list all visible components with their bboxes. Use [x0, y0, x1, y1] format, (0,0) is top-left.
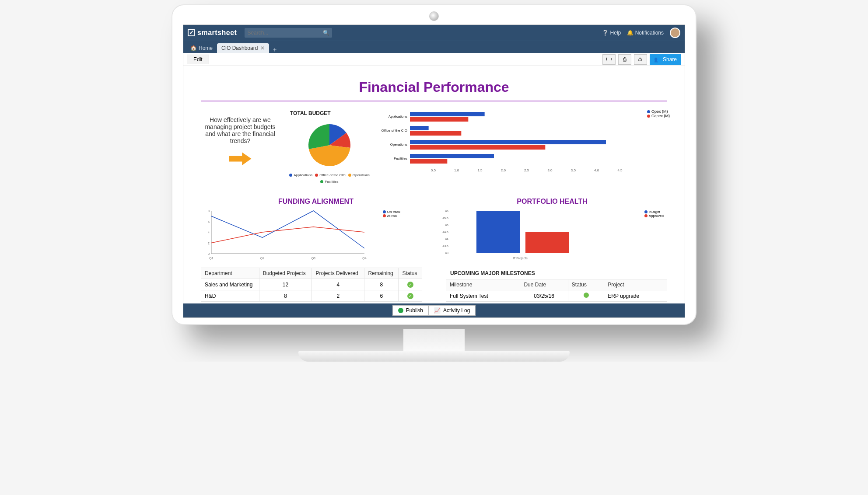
svg-text:Operations: Operations	[390, 143, 407, 146]
column-header: Projects Delivered	[312, 268, 364, 279]
svg-text:4: 4	[208, 231, 210, 234]
monitor-stand-base	[298, 351, 570, 362]
portfolio-legend: In-flightApproved	[644, 210, 664, 218]
column-header: Project	[604, 279, 667, 290]
print-button[interactable]: ⎙	[618, 54, 631, 65]
table-row[interactable]: Sales and Marketing1248✓	[201, 279, 422, 290]
table-row[interactable]: R&D826✓	[201, 290, 422, 302]
title-divider	[201, 101, 667, 101]
row-1: How effectively are we managing project …	[201, 108, 667, 184]
activity-icon: 📈	[434, 307, 441, 314]
svg-text:3.0: 3.0	[547, 168, 553, 172]
tab-add[interactable]: ＋	[272, 47, 278, 53]
svg-rect-37	[476, 211, 520, 253]
svg-text:43.5: 43.5	[442, 244, 448, 248]
svg-text:Office of the CIO: Office of the CIO	[382, 129, 407, 132]
toolbar: Edit 🖵 ⎙ ⛭ 👥 Share	[183, 53, 685, 66]
svg-text:2: 2	[208, 242, 210, 245]
search-input[interactable]: 🔍	[245, 28, 332, 38]
screen: smartsheet 🔍 ❔ Help 🔔 Notifications 🏠 Ho…	[183, 24, 685, 318]
svg-rect-7	[410, 140, 606, 144]
column-header: Milestone	[446, 279, 520, 290]
svg-text:Q1: Q1	[209, 257, 213, 260]
edit-button[interactable]: Edit	[187, 55, 209, 64]
opex-capex-chart: ApplicationsOffice of the CIOOperationsF…	[379, 108, 667, 173]
footer-bar: Publish 📈 Activity Log	[183, 303, 685, 317]
share-button[interactable]: 👥 Share	[650, 54, 681, 65]
column-header: Status	[399, 268, 422, 279]
svg-text:3.5: 3.5	[571, 168, 576, 172]
page-title: Financial Performance	[201, 73, 667, 101]
svg-rect-8	[410, 145, 545, 150]
svg-rect-38	[525, 232, 569, 253]
svg-rect-1	[410, 112, 485, 116]
notifications-link[interactable]: 🔔 Notifications	[627, 30, 664, 36]
tabbar: 🏠 Home CIO Dashboard ✕ ＋	[183, 41, 685, 53]
help-link[interactable]: ❔ Help	[602, 30, 621, 36]
brand-name: smartsheet	[197, 29, 237, 37]
svg-text:Q3: Q3	[312, 257, 315, 260]
callout-text: How effectively are we managing project …	[201, 108, 280, 184]
svg-text:Q4: Q4	[362, 257, 366, 260]
milestones-title: UPCOMING MAJOR MILESTONES	[446, 268, 667, 279]
svg-text:8: 8	[208, 209, 210, 213]
svg-text:4.0: 4.0	[594, 168, 599, 172]
search-field[interactable]	[247, 30, 323, 36]
total-budget-pie	[286, 119, 373, 171]
column-header: Due Date	[520, 279, 568, 290]
line-legend: On trackAt risk	[383, 210, 400, 218]
svg-text:4.5: 4.5	[617, 168, 623, 172]
present-button[interactable]: 🖵	[602, 54, 616, 65]
column-header: Remaining	[364, 268, 399, 279]
row-3: DepartmentBudgeted ProjectsProjects Deli…	[201, 268, 667, 303]
funding-line-chart: 02468Q1Q2Q3Q4	[201, 208, 385, 261]
svg-text:45: 45	[445, 223, 448, 227]
svg-text:44: 44	[445, 237, 448, 241]
svg-text:1.0: 1.0	[454, 168, 459, 172]
milestones-panel: UPCOMING MAJOR MILESTONES MilestoneDue D…	[446, 268, 667, 302]
svg-text:2.5: 2.5	[524, 168, 529, 172]
svg-text:46: 46	[445, 209, 448, 213]
department-table: DepartmentBudgeted ProjectsProjects Deli…	[201, 268, 422, 302]
svg-text:2.0: 2.0	[501, 168, 506, 172]
monitor-frame: smartsheet 🔍 ❔ Help 🔔 Notifications 🏠 Ho…	[172, 4, 696, 325]
opex-capex-panel: ApplicationsOffice of the CIOOperationsF…	[379, 108, 667, 184]
publish-dot-icon	[398, 308, 403, 313]
svg-text:Facilities: Facilities	[394, 157, 407, 160]
svg-rect-11	[410, 159, 447, 164]
column-header: Department	[201, 268, 259, 279]
svg-text:IT Projects: IT Projects	[513, 257, 528, 260]
brand-logo[interactable]: smartsheet	[188, 29, 237, 37]
funding-title: FUNDING ALIGNMENT	[201, 195, 431, 208]
table-row[interactable]: Full System Test03/25/16ERP upgrade	[446, 290, 667, 302]
total-budget-title: TOTAL BUDGET	[286, 108, 373, 119]
avatar[interactable]	[670, 28, 680, 38]
portfolio-title: PORTFOLIO HEALTH	[437, 195, 667, 208]
search-icon: 🔍	[323, 30, 329, 36]
svg-text:44.5: 44.5	[442, 230, 448, 234]
svg-text:0.5: 0.5	[431, 168, 436, 172]
tab-cio-dashboard[interactable]: CIO Dashboard ✕	[217, 43, 269, 53]
svg-text:45.5: 45.5	[442, 216, 448, 220]
settings-button[interactable]: ⛭	[634, 54, 647, 65]
home-icon: 🏠	[190, 45, 197, 51]
svg-rect-5	[410, 131, 461, 136]
svg-text:0: 0	[208, 252, 210, 255]
svg-text:Applications: Applications	[388, 115, 407, 119]
svg-rect-2	[410, 117, 468, 122]
users-icon: 👥	[654, 56, 661, 63]
publish-button[interactable]: Publish	[392, 305, 428, 316]
tab-home[interactable]: 🏠 Home	[186, 43, 217, 53]
svg-rect-4	[410, 126, 429, 130]
funding-panel: FUNDING ALIGNMENT 02468Q1Q2Q3Q4 On track…	[201, 195, 431, 262]
svg-text:1.5: 1.5	[477, 168, 483, 172]
dashboard: Financial Performance How effectively ar…	[183, 66, 685, 303]
brand-check-icon	[188, 29, 195, 36]
activity-log-button[interactable]: 📈 Activity Log	[428, 305, 476, 316]
topbar: smartsheet 🔍 ❔ Help 🔔 Notifications	[183, 25, 685, 41]
close-icon[interactable]: ✕	[260, 45, 265, 51]
row-2: FUNDING ALIGNMENT 02468Q1Q2Q3Q4 On track…	[201, 195, 667, 262]
svg-rect-10	[410, 154, 494, 158]
svg-text:6: 6	[208, 220, 210, 223]
camera	[429, 11, 439, 21]
